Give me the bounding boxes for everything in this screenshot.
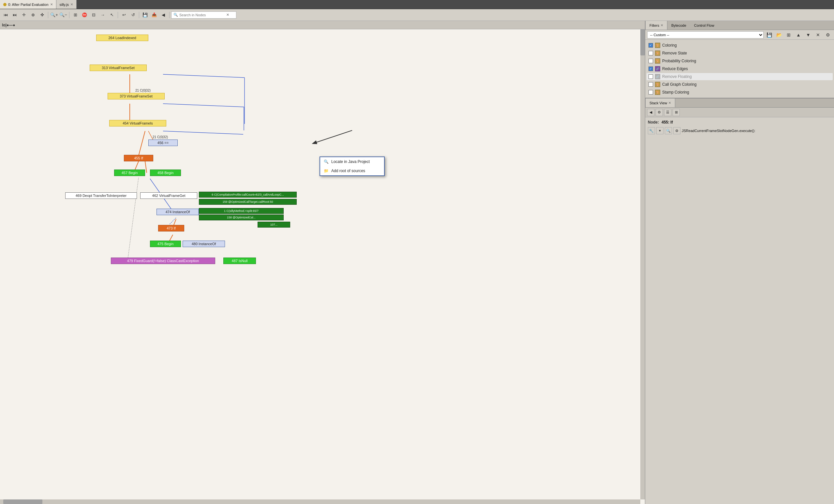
- filter-move-down-btn[interactable]: ▼: [804, 31, 812, 39]
- sep3: [118, 12, 118, 18]
- method-search-btn[interactable]: 🔍: [665, 127, 672, 134]
- filter-save-btn[interactable]: 💾: [765, 31, 773, 39]
- cursor-button[interactable]: ↖: [108, 11, 116, 19]
- node-457[interactable]: 457 Begin: [114, 170, 145, 176]
- tab-stack-view[interactable]: Stack View ✕: [645, 98, 675, 107]
- filter-stamp-coloring-label: Stamp Coloring: [662, 90, 689, 94]
- scrollbar-h-thumb[interactable]: [3, 500, 42, 504]
- stack-btn-2[interactable]: ⚙: [656, 109, 663, 116]
- undo-button[interactable]: ↩: [120, 11, 128, 19]
- search-box[interactable]: 🔍 ✕: [171, 12, 236, 19]
- stack-btn-3[interactable]: ☰: [664, 109, 671, 116]
- node-373[interactable]: 373 VirtualFrameSet: [108, 93, 164, 100]
- zoom-out-button[interactable]: 🔍−: [59, 11, 67, 19]
- node-474[interactable]: 474 InstanceOf: [156, 209, 199, 215]
- filter-load-btn[interactable]: 📂: [775, 31, 783, 39]
- filter-probability-checkbox[interactable]: [649, 59, 653, 63]
- filter-item-call-graph-coloring[interactable]: 🎨 Call Graph Coloring: [646, 81, 833, 88]
- node-107[interactable]: 107...: [258, 222, 290, 227]
- filter-probability-label: Probability Coloring: [662, 59, 696, 63]
- node-159[interactable]: 159 @OptimizedCallTarget.callRoot:50: [199, 199, 297, 205]
- method-dropdown-btn[interactable]: ▼: [656, 127, 663, 134]
- filter-preset-select[interactable]: -- Custom --: [647, 31, 764, 39]
- pan-button[interactable]: ✜: [38, 11, 46, 19]
- filter-move-up-btn[interactable]: ▲: [794, 31, 803, 39]
- arrow-button[interactable]: →: [98, 11, 107, 19]
- tab-after-partial[interactable]: 0: After Partial Evaluation ✕: [0, 0, 57, 9]
- node-469[interactable]: 469 Deopt TransferToInterpreter: [65, 192, 137, 199]
- node-475[interactable]: 475 Begin: [150, 241, 181, 247]
- filters-tab-close[interactable]: ✕: [661, 23, 663, 27]
- scrollbar-horizontal[interactable]: [0, 500, 640, 504]
- node-473[interactable]: 473 If: [158, 225, 184, 232]
- filter-item-probability[interactable]: 🎨 Probability Coloring: [646, 58, 833, 65]
- filter-remove-state-label: Remove State: [662, 51, 687, 56]
- filter-remove-floating-checkbox[interactable]: [649, 74, 653, 79]
- node-313[interactable]: 313 VirtualFrameSet: [90, 65, 147, 71]
- node-264[interactable]: 264 LoadIndexed: [96, 35, 148, 41]
- zoom-in-button[interactable]: 🔍+: [50, 11, 58, 19]
- layout-button[interactable]: ⊞: [71, 11, 80, 19]
- node-158[interactable]: 158 @OptimizedCal...: [199, 215, 284, 220]
- menu-add-root[interactable]: 📁 Add root of sources: [320, 166, 384, 175]
- scrollbar-v-thumb[interactable]: [640, 29, 645, 56]
- custom-zoom-button[interactable]: ⊕: [29, 11, 37, 19]
- import-button[interactable]: 📥: [150, 11, 158, 19]
- fit-button[interactable]: ⊟: [89, 11, 98, 19]
- node-462[interactable]: 462 VirtualFrameGet: [140, 192, 197, 199]
- filter-remove-state-checkbox[interactable]: [649, 51, 653, 56]
- tab-close-icon[interactable]: ✕: [50, 3, 53, 6]
- svg-line-5: [145, 161, 147, 173]
- filter-remove-btn[interactable]: ✕: [814, 31, 822, 39]
- stack-view-close[interactable]: ✕: [668, 101, 671, 105]
- node-458[interactable]: 458 Begin: [150, 170, 181, 176]
- method-icon-btn[interactable]: 🔧: [648, 127, 655, 134]
- stack-btn-4[interactable]: ⊞: [673, 109, 680, 116]
- sep1: [48, 12, 48, 18]
- method-row: 🔧 ▼ 🔍 ⚙ JSReadCurrentFrameSlotNodeGen.ex…: [648, 127, 831, 134]
- stack-btn-1[interactable]: ◀: [647, 109, 654, 116]
- filter-add-btn[interactable]: ⊞: [785, 31, 793, 39]
- node-455[interactable]: 455 If: [124, 155, 153, 161]
- redo-button[interactable]: ↺: [129, 11, 137, 19]
- tab-silly-js[interactable]: silly.js ✕: [57, 0, 77, 9]
- move-button[interactable]: ✛: [20, 11, 28, 19]
- filter-reduce-edges-icon: 🔗: [655, 66, 660, 71]
- graph-canvas[interactable]: 264 LoadIndexed 313 VirtualFrameSet 21 C…: [0, 29, 645, 504]
- filter-stamp-coloring-checkbox[interactable]: [649, 90, 653, 94]
- tab-filters[interactable]: Filters ✕: [645, 21, 667, 30]
- filter-item-remove-state[interactable]: 🎨 Remove State: [646, 49, 833, 57]
- filter-call-graph-checkbox[interactable]: [649, 82, 653, 87]
- stop-button[interactable]: ⛔: [80, 11, 89, 19]
- node-label-text: Node:: [648, 120, 659, 125]
- node-456[interactable]: 456 ==: [148, 139, 178, 146]
- node-6[interactable]: 6 C(CompilationProfile:callCount=82/3_ca…: [199, 192, 297, 198]
- tab-close-icon[interactable]: ✕: [70, 3, 73, 6]
- search-clear-icon[interactable]: ✕: [226, 13, 229, 17]
- scrollbar-vertical[interactable]: [640, 29, 645, 500]
- filter-item-remove-floating[interactable]: 🔗 Remove Floating: [646, 73, 833, 80]
- tab-bytecode[interactable]: Bytecode: [667, 21, 690, 30]
- filter-item-coloring[interactable]: 🎨 Coloring: [646, 42, 833, 49]
- node-480[interactable]: 480 InstanceOf: [182, 241, 225, 247]
- forward-button[interactable]: ⏭: [10, 11, 19, 19]
- node-479[interactable]: 479 FixedGuard(!=false) ClassCastExcepti…: [111, 258, 215, 264]
- collapse-button[interactable]: ◀: [159, 11, 168, 19]
- menu-locate-java-label: Locate in Java Project: [331, 159, 370, 164]
- tab-control-flow[interactable]: Control Flow: [690, 21, 718, 30]
- graph-toolbar: lo|●—●: [0, 21, 645, 29]
- export-button[interactable]: 💾: [141, 11, 149, 19]
- node-454[interactable]: 454 VirtualFrameIs: [109, 120, 166, 127]
- filter-item-reduce-edges[interactable]: 🔗 Reduce Edges: [646, 65, 833, 72]
- back-button[interactable]: ⏮: [1, 11, 10, 19]
- node-487[interactable]: 487 IsNull: [223, 258, 256, 264]
- node-1[interactable]: 1 C(sillyMethod.<split:65/7: [199, 208, 284, 214]
- filter-coloring-checkbox[interactable]: [649, 43, 653, 48]
- filter-item-stamp-coloring[interactable]: 🎨 Stamp Coloring: [646, 89, 833, 96]
- filter-reduce-edges-checkbox[interactable]: [649, 66, 653, 71]
- search-input[interactable]: [179, 13, 225, 17]
- menu-locate-java[interactable]: 🔍 Locate in Java Project: [320, 157, 384, 166]
- filters-panel: Filters ✕ Bytecode Control Flow -- Custo…: [645, 21, 834, 98]
- method-gear-btn[interactable]: ⚙: [673, 127, 680, 134]
- filter-settings-btn[interactable]: ⚙: [824, 31, 832, 39]
